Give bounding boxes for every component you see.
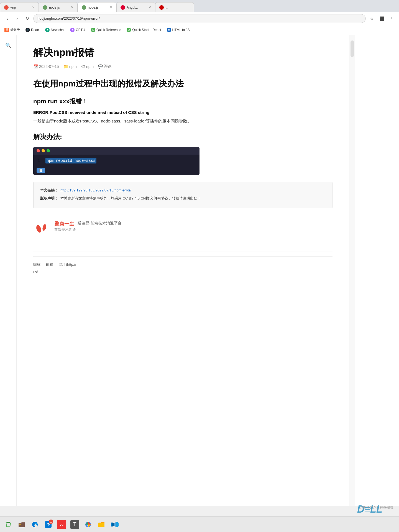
tab-angular[interactable]: Angul... ✕ <box>116 2 155 12</box>
bookmark-htmltojs[interactable]: ≡ HTML to JS <box>165 27 192 33</box>
browser-chrome: ~np ✕ node.js ✕ node.js ✕ Angul... ✕ ...… <box>0 0 399 35</box>
article-title: 解决npm报错 <box>33 46 332 60</box>
forward-button[interactable]: › <box>13 15 21 22</box>
youdao-taskbar[interactable]: yd <box>55 518 68 531</box>
edge-browser-taskbar[interactable] <box>29 518 41 531</box>
windows-taskbar: 1 yd T <box>0 516 399 532</box>
menu-button[interactable]: ⋮ <box>388 15 396 22</box>
code-block-body[interactable]: 1 npm rebuild node-sass <box>33 155 200 167</box>
file-manager-taskbar[interactable] <box>16 518 28 531</box>
recycle-bin-taskbar[interactable] <box>2 518 14 531</box>
info-link-value[interactable]: http://139.129.98.183/2022/07/15/npm-err… <box>60 187 131 193</box>
tab-extra[interactable]: ... <box>155 2 194 12</box>
line-number: 1 <box>38 158 42 163</box>
tab-angular-icon <box>121 5 125 10</box>
folder-taskbar[interactable] <box>95 518 108 531</box>
svg-rect-8 <box>98 523 104 527</box>
info-copyright-row: 版权声明： 本博客所有文章除特别声明外，均采用 CC BY 4.0 CN协议 许… <box>40 195 326 201</box>
address-input[interactable]: houjianghu.com/2022/07/15/npm-error/ <box>33 14 366 23</box>
copy-area: 📋 <box>33 167 200 175</box>
code-content[interactable]: npm rebuild node-sass <box>45 158 96 163</box>
extensions-button[interactable]: ⬛ <box>378 15 386 22</box>
info-link-label: 本文链接： <box>40 187 58 193</box>
tab-nodejs1[interactable]: node.js ✕ <box>39 2 78 12</box>
bookmark-gpt4-icon: ✦ <box>70 28 75 32</box>
tab-nodejs2-close[interactable]: ✕ <box>110 6 112 9</box>
tab-npm[interactable]: ~np ✕ <box>0 2 39 12</box>
info-link-row: 本文链接： http://139.129.98.183/2022/07/15/n… <box>40 187 326 193</box>
bookmark-star[interactable]: ☆ <box>368 15 376 22</box>
text-editor-taskbar[interactable]: T <box>69 518 81 531</box>
chrome-taskbar[interactable] <box>82 518 94 531</box>
tab-nodejs1-close[interactable]: ✕ <box>71 6 73 9</box>
bookmark-newchat[interactable]: ✦ New chat <box>43 27 67 33</box>
tab-nodejs1-icon <box>43 5 47 10</box>
tab-npm-close[interactable]: ✕ <box>32 6 35 9</box>
svg-rect-3 <box>19 524 21 525</box>
folder-icon: 📁 <box>63 64 68 69</box>
meta-comments[interactable]: 💬 评论 <box>98 64 112 69</box>
bookmark-box[interactable]: 员 员盒子 <box>2 26 22 33</box>
meta-tag: 🏷 npm <box>81 64 94 69</box>
bookmarks-bar: 员 员盒子 ⚛ React ✦ New chat ✦ GPT-4 ⚙ Quick… <box>0 25 399 35</box>
bookmark-box-label: 员盒子 <box>10 27 20 32</box>
calendar-icon: 📅 <box>33 64 38 69</box>
tab-bar: ~np ✕ node.js ✕ node.js ✕ Angul... ✕ ... <box>0 0 399 12</box>
youdao-icon: yd <box>57 520 66 529</box>
article-subtitle: 在使用npm过程中出现的报错及解决办法 <box>33 78 332 89</box>
solution-heading: 解决办法: <box>33 132 332 141</box>
error-message: ERROR:PostCSS received undefined instead… <box>33 110 332 115</box>
tab-extra-label: ... <box>165 6 168 9</box>
back-button[interactable]: ‹ <box>3 15 11 22</box>
copy-button[interactable]: 📋 <box>37 168 45 173</box>
left-sidebar: 🔍 <box>0 35 17 506</box>
author-logo <box>33 221 50 237</box>
bookmark-quickstart-icon: ⚙ <box>127 28 131 32</box>
tab-nodejs2[interactable]: node.js ✕ <box>78 2 116 12</box>
chrome-icon <box>84 521 92 528</box>
scroll-handle[interactable] <box>351 40 354 57</box>
tab-angular-label: Angul... <box>127 6 138 9</box>
bookmark-react[interactable]: ⚛ React <box>23 27 42 33</box>
code-block-titlebar <box>33 147 200 155</box>
code-line-1: 1 npm rebuild node-sass <box>38 158 195 163</box>
copy-icon: 📋 <box>39 168 43 172</box>
website-label: 网址(http:// <box>59 262 76 267</box>
info-copyright-value: 本博客所有文章除特别声明外，均采用 CC BY 4.0 CN协议 许可协议。转载… <box>60 195 201 201</box>
folder-icon <box>98 521 105 528</box>
bookmark-htmltojs-icon: ≡ <box>167 28 171 32</box>
notification-badge: 1 <box>49 520 53 524</box>
bookmark-gpt4[interactable]: ✦ GPT-4 <box>68 27 88 33</box>
nickname-group: 昵称 <box>33 262 40 267</box>
info-copyright-label: 版权声明： <box>40 195 58 201</box>
nickname-label: 昵称 <box>33 262 40 267</box>
article-meta: 📅 2022-07-15 📁 npm 🏷 npm 💬 评论 <box>33 64 332 69</box>
meta-date: 📅 2022-07-15 <box>33 64 59 69</box>
bookmark-box-icon: 员 <box>4 28 9 32</box>
bookmark-quickstart[interactable]: ⚙ Quick Start – React <box>124 27 163 33</box>
website-group: 网址(http:// <box>59 262 76 267</box>
recycle-bin-icon <box>4 521 12 528</box>
edge-browser-icon <box>31 521 39 528</box>
divider <box>33 252 332 252</box>
author-name: 盈康一生 <box>54 221 74 227</box>
file-manager-icon <box>18 521 25 528</box>
dot-red <box>37 149 40 152</box>
notification-taskbar[interactable]: 1 <box>42 518 54 531</box>
author-platform: 通达易-前端技术沟通平台 <box>78 221 122 226</box>
dot-green <box>47 149 50 152</box>
tab-nodejs2-label: node.js <box>88 6 99 9</box>
bookmark-gpt4-label: GPT-4 <box>76 28 85 32</box>
search-sidebar-icon[interactable]: 🔍 <box>3 40 13 50</box>
tag-icon: 🏷 <box>81 64 85 69</box>
tab-angular-close[interactable]: ✕ <box>149 6 151 9</box>
comment-icon: 💬 <box>98 64 103 69</box>
comment-form-row: 昵称 邮箱 网址(http:// <box>33 262 332 267</box>
svg-rect-2 <box>19 523 25 527</box>
bookmark-react-icon: ⚛ <box>25 28 30 32</box>
right-sidebar <box>349 35 355 506</box>
email-label: 邮箱 <box>46 262 53 267</box>
refresh-button[interactable]: ↻ <box>23 15 31 22</box>
vscode-taskbar[interactable] <box>109 518 121 531</box>
bookmark-quickref[interactable]: ⚙ Quick Reference <box>89 27 123 33</box>
